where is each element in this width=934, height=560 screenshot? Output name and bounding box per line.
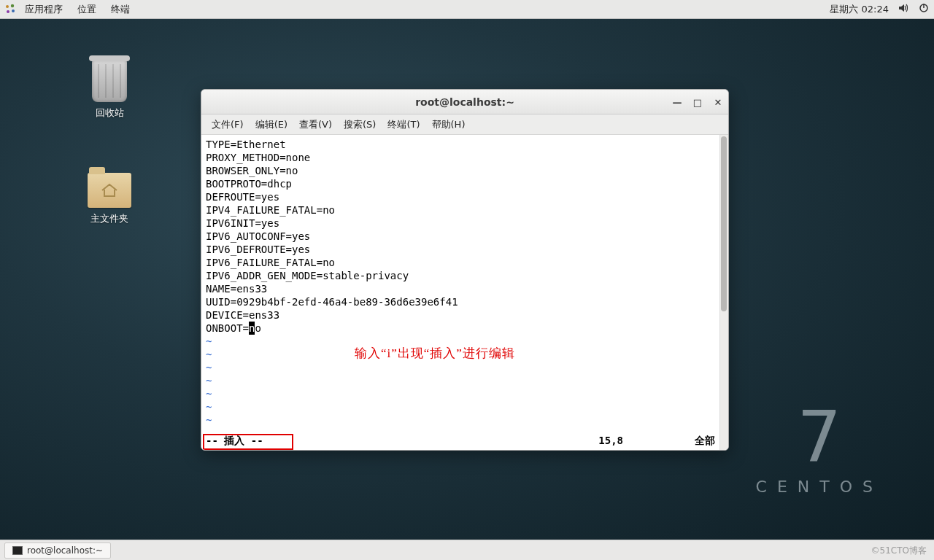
menu-edit[interactable]: 编辑(E) [250, 114, 293, 135]
scrollbar-thumb[interactable] [721, 136, 727, 311]
desktop-icon-trash[interactable]: 回收站 [73, 55, 146, 120]
volume-icon[interactable] [893, 2, 914, 16]
centos-branding: 7 CENTOS [756, 402, 883, 496]
gnome-logo-icon [4, 4, 16, 15]
desktop-icon-home[interactable]: 主文件夹 [73, 161, 146, 225]
terminal-icon [12, 546, 23, 555]
trash-label: 回收站 [73, 106, 146, 120]
vi-scroll-percent: 全部 [695, 434, 715, 447]
watermark-text: ©51CTO博客 [871, 545, 927, 557]
menu-help[interactable]: 帮助(H) [426, 114, 471, 135]
svg-point-3 [7, 10, 9, 13]
terminal-menubar: 文件(F) 编辑(E) 查看(V) 搜索(S) 终端(T) 帮助(H) [201, 114, 728, 135]
system-tray: 星期六 02:24 [825, 2, 934, 16]
maximize-button[interactable]: □ [692, 96, 703, 108]
taskbar-item-terminal[interactable]: root@localhost:~ [4, 542, 111, 559]
svg-point-0 [6, 5, 9, 8]
power-icon[interactable] [914, 2, 934, 16]
menu-file[interactable]: 文件(F) [206, 114, 250, 135]
vi-mode-label: -- 插入 -- [206, 434, 263, 447]
menu-view[interactable]: 查看(V) [293, 114, 338, 135]
svg-point-1 [11, 4, 14, 7]
red-annotation-text: 输入“i”出现“插入”进行编辑 [355, 347, 515, 360]
svg-point-2 [12, 9, 15, 12]
close-button[interactable]: ✕ [712, 96, 724, 108]
centos-name: CENTOS [756, 478, 883, 496]
bottom-taskbar: root@localhost:~ ©51CTO博客 [0, 540, 934, 560]
vi-cursor-position: 15,8 [598, 434, 623, 447]
home-label: 主文件夹 [73, 212, 146, 225]
terminal-window: root@localhost:~ — □ ✕ 文件(F) 编辑(E) 查看(V)… [201, 89, 729, 451]
minimize-button[interactable]: — [671, 96, 683, 108]
panel-menu-places[interactable]: 位置 [70, 0, 104, 19]
menu-terminal[interactable]: 终端(T) [382, 114, 425, 135]
trash-icon [92, 60, 127, 102]
panel-menu-applications[interactable]: 应用程序 [18, 0, 70, 19]
terminal-text: TYPE=EthernetPROXY_METHOD=noneBROWSER_ON… [206, 138, 724, 335]
window-title: root@localhost:~ [415, 96, 514, 108]
vi-status-line: -- 插入 -- 15,8 全部 [206, 434, 718, 447]
terminal-body[interactable]: TYPE=EthernetPROXY_METHOD=noneBROWSER_ON… [201, 135, 728, 450]
top-panel: 应用程序 位置 终端 星期六 02:24 [0, 0, 934, 19]
taskbar-item-label: root@localhost:~ [27, 545, 103, 556]
desktop[interactable]: 回收站 主文件夹 7 CENTOS root@localhost:~ — □ ✕… [0, 19, 934, 540]
clock-label[interactable]: 星期六 02:24 [825, 3, 893, 16]
scrollbar-track[interactable] [719, 135, 728, 450]
menu-search[interactable]: 搜索(S) [338, 114, 382, 135]
centos-version: 7 [756, 402, 883, 472]
titlebar[interactable]: root@localhost:~ — □ ✕ [201, 90, 728, 114]
folder-home-icon [88, 173, 131, 208]
panel-menu-terminal[interactable]: 终端 [104, 0, 137, 19]
